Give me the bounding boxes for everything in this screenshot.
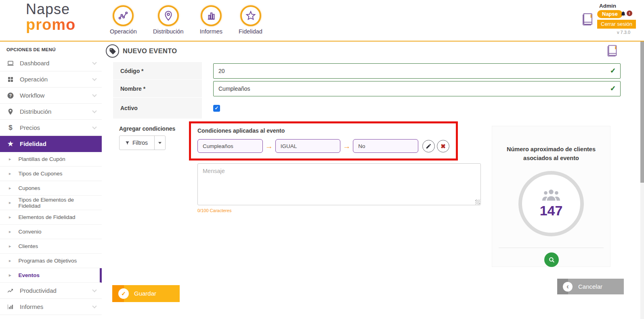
laptop-icon (6, 59, 15, 67)
back-arrow-icon: ‹ (563, 282, 573, 292)
client-count-ring: 147 (518, 171, 584, 236)
sidebar-subitem-label: Tipos de Elementos de Fidelidad (19, 197, 96, 209)
sidebar-subitem-convenio[interactable]: ▸ Convenio (0, 225, 102, 239)
logo-napse: Napse (26, 2, 76, 17)
sidebar: OPCIONES DE MENÚ Dashboard Operación ? W… (0, 42, 102, 319)
sidebar-subitem-elementos-de-fidelidad[interactable]: ▸ Elementos de Fidelidad (0, 210, 102, 225)
bar-chart-icon (201, 5, 222, 26)
textarea-resize-handle[interactable] (475, 200, 480, 204)
activo-checkbox[interactable]: ✓ (213, 105, 220, 112)
documentation-book-icon[interactable] (581, 11, 595, 27)
sidebar-item-label: Operación (20, 76, 93, 83)
cancel-button-label: Cancelar (578, 279, 602, 294)
pencil-icon (426, 143, 432, 149)
sidebar-item-precios[interactable]: $ Precios (0, 120, 102, 136)
sidebar-item-fidelidad[interactable]: ★ Fidelidad (0, 136, 102, 152)
condition-row: Cumpleaños → IGUAL → No ✖ (197, 139, 449, 153)
sidebar-item-label: Precios (20, 124, 93, 131)
delete-condition-button[interactable]: ✖ (437, 140, 449, 152)
scrollbar-thumb[interactable] (640, 42, 644, 183)
sidebar-subitem-tipos-de-cupones[interactable]: ▸ Tipos de Cupones (0, 167, 102, 181)
add-conditions-label: Agregar condiciones (119, 125, 175, 132)
sidebar-item-workflow[interactable]: ? Workflow (0, 88, 102, 104)
cancel-button[interactable]: ‹ Cancelar (557, 279, 624, 294)
sidebar-subitem-plantillas-de-cupon[interactable]: ▸ Plantillas de Cupón (0, 152, 102, 167)
sidebar-item-distribucion[interactable]: Distribución (0, 104, 102, 120)
condition-operator-pill[interactable]: IGUAL (275, 139, 341, 153)
sidebar-subitem-clientes[interactable]: ▸ Clientes (0, 239, 102, 254)
nav-label: Informes (200, 28, 222, 35)
sidebar-subitem-cupones[interactable]: ▸ Cupones (0, 181, 102, 196)
sidebar-item-label: Workflow (20, 92, 93, 99)
nav-item-distribucion[interactable]: Distribución (153, 5, 184, 35)
condition-actions: ✖ (422, 140, 449, 152)
save-button-label: Guardar (134, 285, 156, 302)
arrow-right-icon: → (343, 142, 350, 150)
nombre-field-wrap: ✓ (202, 80, 621, 97)
sidebar-item-informes[interactable]: Informes (0, 299, 102, 315)
logout-button[interactable]: Cerrar sesión (597, 20, 636, 29)
search-icon (548, 256, 556, 264)
sidebar-subitem-label: Elementos de Fidelidad (19, 214, 76, 220)
chevron-down-icon (92, 76, 96, 81)
documentation-book-icon[interactable] (606, 43, 619, 59)
x-icon: ✖ (441, 143, 446, 149)
client-estimate-title: Número aproximado de clientes asociados … (503, 145, 600, 163)
filters-button-label: Filtros (132, 140, 148, 146)
sidebar-item-label: Informes (20, 303, 93, 310)
tenant-badge[interactable]: Napse (597, 10, 623, 18)
form-row-codigo: Código * ✓ (113, 62, 621, 79)
codigo-label: Código * (113, 62, 202, 79)
filters-dropdown-toggle[interactable] (154, 136, 165, 150)
filters-button[interactable]: Filtros (120, 136, 154, 150)
nav-label: Distribución (153, 28, 184, 35)
caret-down-icon (158, 142, 162, 144)
sidebar-item-label: Productividad (20, 287, 93, 294)
condition-field-pill[interactable]: Cumpleaños (197, 139, 263, 153)
sidebar-item-label: Dashboard (20, 60, 93, 67)
napse-promo-logo[interactable]: Napse promo (26, 2, 76, 33)
alert-badge[interactable]: ! (627, 10, 632, 16)
edit-condition-button[interactable] (422, 140, 435, 152)
condition-value-pill[interactable]: No (353, 139, 418, 153)
grid-icon (6, 75, 15, 83)
triangle-right-icon: ▸ (9, 258, 11, 263)
people-group-icon (542, 189, 560, 202)
triangle-right-icon: ▸ (9, 229, 11, 234)
filters-split-button[interactable]: Filtros (119, 136, 166, 150)
chevron-down-icon (92, 125, 96, 129)
sidebar-subitem-eventos[interactable]: ▸ Eventos (0, 268, 102, 283)
form-row-nombre: Nombre * ✓ (113, 80, 621, 97)
notification-bell-icon[interactable] (620, 10, 626, 17)
sidebar-subitem-programas-de-objetivos[interactable]: ▸ Programas de Objetivos (0, 254, 102, 268)
save-button[interactable]: ✓ Guardar (112, 285, 180, 302)
valid-check-icon: ✓ (610, 67, 616, 75)
sidebar-subitem-tipos-de-elementos[interactable]: ▸ Tipos de Elementos de Fidelidad (0, 196, 102, 210)
sidebar-item-label: Distribución (20, 108, 93, 115)
sidebar-title: OPCIONES DE MENÚ (0, 42, 102, 55)
sidebar-item-productividad[interactable]: Productividad (0, 283, 102, 299)
arrow-right-icon: → (265, 142, 273, 150)
sidebar-subitem-label: Convenio (19, 229, 42, 235)
nav-item-fidelidad[interactable]: Fidelidad (239, 5, 262, 35)
codigo-input[interactable] (213, 63, 621, 79)
page-title: NUEVO EVENTO (123, 47, 177, 55)
nav-label: Operación (110, 28, 137, 35)
user-name: Admin (599, 3, 616, 9)
codigo-field-wrap: ✓ (202, 62, 621, 79)
nav-item-operacion[interactable]: Operación (110, 5, 137, 35)
sidebar-subitem-label: Eventos (19, 272, 40, 278)
refresh-estimate-button[interactable] (544, 252, 559, 267)
sidebar-item-operacion[interactable]: Operación (0, 71, 102, 88)
sidebar-subitem-label: Programas de Objetivos (19, 258, 77, 264)
nombre-label: Nombre * (113, 80, 202, 97)
help-circle-icon: ? (6, 92, 15, 100)
triangle-right-icon: ▸ (9, 156, 11, 162)
chevron-down-icon (92, 304, 96, 308)
nombre-input[interactable] (213, 81, 621, 96)
sidebar-subitem-label: Clientes (19, 243, 38, 249)
nav-item-informes[interactable]: Informes (200, 5, 222, 35)
sidebar-item-dashboard[interactable]: Dashboard (0, 55, 102, 71)
bar-chart-icon (6, 303, 15, 311)
message-textarea[interactable] (197, 163, 481, 205)
